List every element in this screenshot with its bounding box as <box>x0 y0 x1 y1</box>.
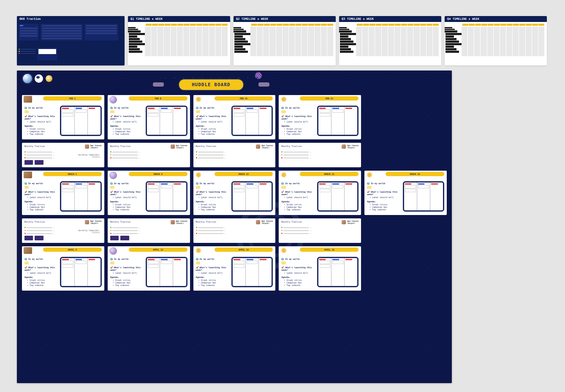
frame-title: Q2 TIMELINE x WEEK <box>234 16 336 22</box>
launching-label: 🚀 What's launching this week? <box>281 266 315 271</box>
kanban-panel[interactable] <box>317 181 359 212</box>
monthly-traction-card[interactable]: Monthly TractionOps Convos(Async)——— <box>108 218 190 243</box>
frame-q2-timeline[interactable]: Q2 TIMELINE x WEEK <box>234 16 336 65</box>
huddle-week-card[interactable]: APRIL 26🌍 In my world: 🚀 What's launchin… <box>279 246 361 291</box>
badge <box>196 110 200 113</box>
agenda-item: • Tag someone <box>113 133 144 135</box>
huddle-week-card[interactable]: MARCH 1🌍 In my world: 🚀 What's launching… <box>22 171 104 215</box>
huddle-board-frame[interactable]: HUDDLE BOARD FEB 1🌍 In my world: 🚀 What'… <box>17 71 452 383</box>
frames-row: OKR Traction <box>0 0 565 65</box>
week-date-pill: APRIL 12 <box>129 248 187 252</box>
badge <box>110 186 114 189</box>
huddle-week-card[interactable]: MARCH 22🌍 In my world: 🚀 What's launchin… <box>279 171 361 215</box>
monthly-traction-card[interactable]: Monthly TractionOps Convos(Async)——— <box>279 218 361 243</box>
agenda-label: Agenda: <box>196 125 230 127</box>
ops-convos-badge: Ops Convos(Async) <box>171 144 187 149</box>
kanban-panel[interactable] <box>231 106 273 136</box>
launching-sub: • [what should be?] <box>284 272 315 274</box>
week-date-pill: MARCH 22 <box>300 172 359 176</box>
kanban-panel[interactable] <box>403 181 444 212</box>
in-my-world-label: 🌍 In my world: <box>281 182 315 185</box>
monthly-traction-card[interactable]: Monthly TractionOps Convos(Async)——— <box>108 143 190 167</box>
ops-convos-badge: Ops Convos(Async) <box>342 144 359 149</box>
badge <box>281 261 285 264</box>
frame-title: Q1 TIMELINE x WEEK <box>128 16 230 22</box>
kanban-panel[interactable] <box>317 257 359 287</box>
avatar <box>171 144 175 149</box>
okr-panel-bottom <box>37 48 57 60</box>
kanban-panel[interactable] <box>146 106 187 136</box>
launching-label: 🚀 What's launching this week? <box>196 266 230 271</box>
huddle-week-card[interactable]: APRIL 19🌍 In my world: 🚀 What's launchin… <box>193 246 276 291</box>
agenda-label: Agenda: <box>367 200 401 203</box>
kanban-panel[interactable] <box>60 181 101 212</box>
avatar <box>85 144 89 149</box>
traction-button[interactable] <box>35 160 43 165</box>
huddle-week-card[interactable]: MARCH 15🌍 In my world: 🚀 What's launchin… <box>193 171 276 215</box>
launching-sub: • [what should be?] <box>113 196 144 199</box>
traction-button[interactable] <box>35 236 43 240</box>
planet-icon <box>109 247 117 255</box>
huddle-week-card[interactable]: FEB 1🌍 In my world: 🚀 What's launching t… <box>22 95 104 139</box>
monthly-traction-card[interactable]: Monthly TractionOps Convos(Async)——— <box>279 143 361 167</box>
week-date-pill: MARCH 1 <box>43 172 102 176</box>
frame-title: Q3 TIMELINE x WEEK <box>339 16 441 22</box>
kanban-panel[interactable] <box>317 106 359 136</box>
in-my-world-label: 🌍 In my world: <box>110 106 144 109</box>
agenda-label: Agenda: <box>24 125 58 127</box>
frame-q3-timeline[interactable]: Q3 TIMELINE x WEEK <box>339 16 441 65</box>
avatar <box>342 220 346 224</box>
huddle-week-card[interactable]: FEB 15🌍 In my world: 🚀 What's launching … <box>193 95 276 139</box>
traction-button[interactable] <box>110 236 119 240</box>
huddle-week-card[interactable]: FEB 8🌍 In my world: 🚀 What's launching t… <box>108 95 190 139</box>
monthly-traction-card[interactable]: Monthly TractionOps Convos(Async)——— <box>193 143 276 167</box>
agenda-label: Agenda: <box>196 200 230 203</box>
traction-bars: ——— <box>196 151 273 159</box>
monthly-traction-card[interactable]: Monthly TractionOps Convos(Async)——— Upc… <box>22 143 104 167</box>
traction-button[interactable] <box>120 236 129 240</box>
huddle-week-card[interactable]: MARCH 8🌍 In my world: 🚀 What's launching… <box>108 171 190 215</box>
launching-label: 🚀 What's launching this week? <box>196 191 230 196</box>
monthly-traction-card[interactable]: Monthly TractionOps Convos(Async)——— Upc… <box>22 218 104 243</box>
huddle-week-card[interactable]: APRIL 5🌍 In my world: 🚀 What's launching… <box>22 246 104 291</box>
planet-icon <box>23 74 32 83</box>
traction-button[interactable] <box>24 236 33 240</box>
agenda-label: Agenda: <box>24 200 58 203</box>
badge <box>281 110 285 113</box>
frame-q1-timeline[interactable]: Q1 TIMELINE x WEEK <box>128 16 230 65</box>
launching-sub: • [what should be?] <box>369 196 401 199</box>
launching-sub: • [what should be?] <box>113 120 144 123</box>
huddle-week-card[interactable]: APRIL 12🌍 In my world: 🚀 What's launchin… <box>108 246 190 291</box>
huddle-week-card[interactable]: FEB 22🌍 In my world: 🚀 What's launching … <box>279 95 361 139</box>
frame-title: Q4 TIMELINE x WEEK <box>445 16 547 22</box>
monthly-traction-card[interactable]: Monthly TractionOps Convos(Async)——— <box>193 218 276 243</box>
agenda-label: Agenda: <box>110 200 144 203</box>
astronaut-icon <box>35 74 43 83</box>
avatar <box>342 144 346 149</box>
kanban-panel[interactable] <box>146 257 187 287</box>
kanban-panel[interactable] <box>60 106 101 136</box>
traction-bars: ——— <box>110 151 187 159</box>
launching-label: 🚀 What's launching this week? <box>110 266 144 271</box>
traction-button[interactable] <box>24 160 33 165</box>
frame-q4-timeline[interactable]: Q4 TIMELINE x WEEK <box>445 16 547 65</box>
kanban-panel[interactable] <box>231 257 273 287</box>
kanban-panel[interactable] <box>146 181 187 212</box>
agenda-label: Agenda: <box>281 200 315 203</box>
agenda-label: Agenda: <box>281 276 315 278</box>
okr-panel-right <box>84 24 118 41</box>
ops-convos-badge: Ops Convos(Async) <box>256 144 273 149</box>
huddle-week-card[interactable]: MARCH 29🌍 In my world: 🚀 What's launchin… <box>364 171 447 215</box>
agenda-label: Agenda: <box>196 276 230 278</box>
kanban-panel[interactable] <box>60 257 101 287</box>
traction-button-row <box>24 236 43 240</box>
frame-okr-traction[interactable]: OKR Traction <box>17 16 125 65</box>
agenda-item: • Tag someone <box>113 208 144 211</box>
kanban-panel[interactable] <box>231 181 273 212</box>
launching-label: 🚀 What's launching this week? <box>110 115 144 120</box>
sun-icon <box>280 247 287 254</box>
launching-label: 🚀 What's launching this week? <box>24 115 58 120</box>
agenda-item: • Tag someone <box>284 284 315 286</box>
agenda-item: • Tag someone <box>284 133 315 135</box>
launching-sub: • [what should be?] <box>113 272 144 274</box>
